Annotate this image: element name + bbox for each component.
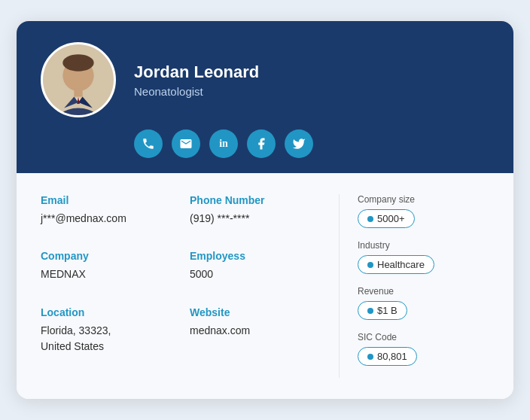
card-body: Email j***@mednax.com Phone Number (919)… <box>17 173 513 399</box>
svg-rect-4 <box>74 88 82 96</box>
linkedin-icon: in <box>219 138 228 150</box>
avatar <box>41 42 116 117</box>
company-size-dot <box>367 216 373 222</box>
phone-value: (919) ***-**** <box>190 211 339 227</box>
header-top: Jordan Leonard Neonatologist <box>41 42 489 117</box>
location-value: Florida, 33323,United States <box>41 323 190 355</box>
location-cell: Location Florida, 33323,United States <box>41 306 190 378</box>
location-label: Location <box>41 306 190 318</box>
phone-label: Phone Number <box>190 194 339 206</box>
email-value: j***@mednax.com <box>41 211 190 227</box>
industry-value: Healthcare <box>377 259 425 270</box>
company-size-item: Company size 5000+ <box>358 194 489 228</box>
email-label: Email <box>41 194 190 206</box>
social-icons-row: in <box>41 129 489 158</box>
right-panel: Company size 5000+ Industry Healthcare R… <box>339 194 489 378</box>
revenue-dot <box>367 308 373 314</box>
email-button[interactable] <box>172 129 200 158</box>
industry-dot <box>367 262 373 268</box>
header-info: Jordan Leonard Neonatologist <box>134 62 259 98</box>
email-cell: Email j***@mednax.com <box>41 194 190 250</box>
company-size-value: 5000+ <box>377 213 405 224</box>
linkedin-button[interactable]: in <box>209 129 238 158</box>
company-size-label: Company size <box>358 194 489 205</box>
employees-label: Employess <box>190 250 339 262</box>
employees-value: 5000 <box>190 266 339 282</box>
profile-title: Neonatologist <box>134 85 259 98</box>
facebook-button[interactable] <box>247 129 276 158</box>
industry-item: Industry Healthcare <box>358 240 489 274</box>
svg-point-3 <box>62 54 93 72</box>
sic-label: SIC Code <box>358 332 489 342</box>
phone-button[interactable] <box>134 129 163 158</box>
phone-cell: Phone Number (919) ***-**** <box>190 194 339 250</box>
profile-card: Jordan Leonard Neonatologist in <box>17 21 513 399</box>
card-header: Jordan Leonard Neonatologist in <box>17 21 513 173</box>
revenue-item: Revenue $1 B <box>358 286 489 320</box>
sic-item: SIC Code 80,801 <box>358 332 489 366</box>
website-label: Website <box>190 306 339 318</box>
company-size-tag: 5000+ <box>358 209 415 228</box>
sic-dot <box>367 354 373 360</box>
industry-label: Industry <box>358 240 489 251</box>
revenue-tag: $1 B <box>358 301 407 320</box>
info-grid: Email j***@mednax.com Phone Number (919)… <box>41 194 339 378</box>
revenue-label: Revenue <box>358 286 489 297</box>
sic-tag: 80,801 <box>358 347 417 366</box>
revenue-value: $1 B <box>377 305 398 316</box>
sic-value: 80,801 <box>377 351 407 362</box>
employees-cell: Employess 5000 <box>190 250 339 306</box>
twitter-button[interactable] <box>285 129 313 158</box>
company-label: Company <box>41 250 190 262</box>
profile-name: Jordan Leonard <box>134 62 259 82</box>
company-cell: Company MEDNAX <box>41 250 190 306</box>
company-value: MEDNAX <box>41 266 190 282</box>
website-cell: Website mednax.com <box>190 306 339 378</box>
website-value: mednax.com <box>190 323 339 339</box>
industry-tag: Healthcare <box>358 255 434 274</box>
